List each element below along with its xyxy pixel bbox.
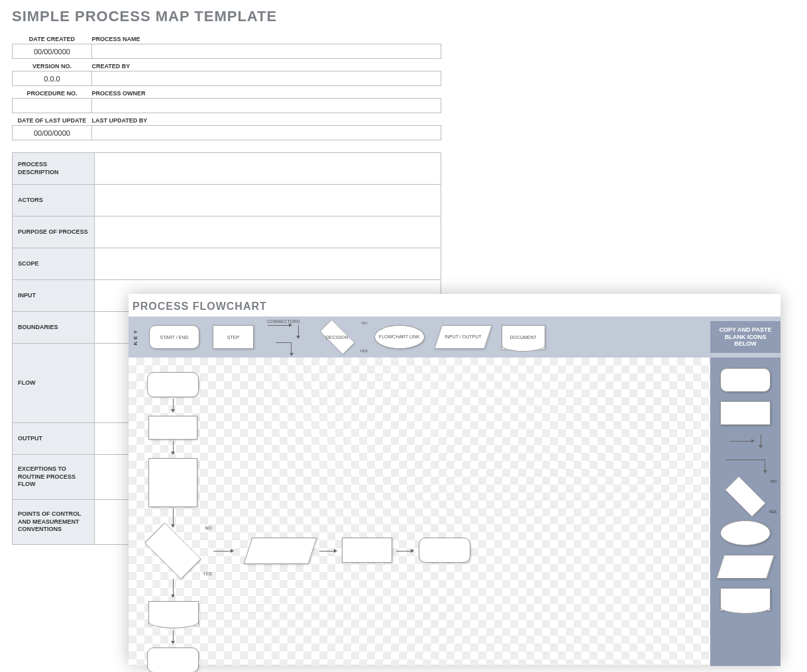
created-by-field[interactable] [91,72,441,86]
version-no-field[interactable]: 0.0.0 [13,72,92,86]
actors-label: ACTORS [13,185,95,216]
key-bar: KEY START / END STEP CONNECTORS DECISION… [129,316,780,358]
key-decision-yes: YES [360,349,368,353]
flowchart-canvas[interactable]: NO YES [129,358,710,545]
canvas-step-shape[interactable] [342,538,392,545]
page-title: SIMPLE PROCESS MAP TEMPLATE [12,8,807,25]
output-label: OUTPUT [13,423,95,455]
purpose-label: PURPOSE OF PROCESS [13,216,95,248]
flowchart-panel: PROCESS FLOWCHART KEY START / END STEP C… [129,294,780,545]
boundaries-label: BOUNDARIES [13,312,95,344]
key-decision-icon: DECISION NO YES [313,325,361,349]
date-created-label: DATE CREATED [13,32,92,44]
process-description-field[interactable] [95,153,441,185]
date-last-update-label: DATE OF LAST UPDATE [13,113,92,126]
purpose-field[interactable] [95,216,441,248]
palette-step-icon[interactable] [720,401,771,425]
last-updated-by-label: LAST UPDATED BY [91,113,441,126]
paste-instructions: COPY AND PASTE BLANK ICONS BELOW [710,321,780,353]
canvas-decision-no: NO [205,526,213,530]
canvas-decision-shape[interactable]: NO YES [136,524,209,545]
procedure-no-label: PROCEDURE NO. [13,86,92,99]
key-input-output-icon: INPUT / OUTPUT [434,325,492,349]
exceptions-label: EXCEPTIONS TO ROUTINE PROCESS FLOW [13,455,95,500]
key-step-icon: STEP [213,325,254,349]
palette-decision-no: NO [771,479,777,483]
key-start-end-icon: START / END [149,325,199,349]
arrow-down-icon [761,434,761,448]
palette-flowchart-link-icon[interactable] [720,520,771,545]
last-updated-by-field[interactable] [91,126,441,140]
procedure-no-field[interactable] [13,99,92,113]
process-name-field[interactable] [91,44,441,59]
key-flowchart-link-icon: FLOWCHART LINK [374,325,425,349]
date-created-field[interactable]: 00/00/0000 [13,44,92,59]
canvas-terminator-shape[interactable] [419,538,470,545]
version-no-label: VERSION NO. [13,59,92,72]
key-connectors-label: CONNECTORS [267,319,300,324]
meta-table: DATE CREATED PROCESS NAME 00/00/0000 VER… [12,32,441,140]
created-by-label: CREATED BY [91,59,441,72]
palette-connectors-icon[interactable] [730,434,761,448]
process-owner-label: PROCESS OWNER [91,86,441,99]
key-label: KEY [129,328,142,345]
arrow-right-icon [268,325,292,326]
canvas-arrow-down-icon[interactable] [173,441,174,454]
key-document-icon: DOCUMENT [502,325,545,349]
points-label: POINTS OF CONTROL AND MEASUREMENT CONVEN… [13,500,95,545]
canvas-step-shape[interactable] [148,458,197,507]
palette-decision-icon[interactable]: NO YES [717,482,774,511]
key-decision-no: NO [362,321,368,325]
process-owner-field[interactable] [91,99,441,113]
palette-elbow-icon[interactable] [726,459,765,473]
flow-label: FLOW [13,344,95,423]
flowchart-title: PROCESS FLOWCHART [133,301,780,312]
process-name-label: PROCESS NAME [91,32,441,44]
scope-field[interactable] [95,248,441,280]
actors-field[interactable] [95,185,441,216]
canvas-step-shape[interactable] [148,416,197,440]
scope-label: SCOPE [13,248,95,280]
arrow-elbow-icon [276,342,292,356]
input-label: INPUT [13,280,95,312]
palette-terminator-icon[interactable] [720,368,771,392]
canvas-input-output-shape[interactable] [244,538,317,545]
key-input-output-label: INPUT / OUTPUT [445,334,481,340]
arrow-right-icon [730,441,754,442]
palette-decision-yes: YES [769,510,777,514]
process-description-label: PROCESS DESCRIPTION [13,153,95,185]
key-connectors-icon: CONNECTORS [267,319,300,356]
shape-palette: NO YES [710,358,780,545]
canvas-arrow-down-icon[interactable] [173,399,174,412]
arrow-down-icon [298,325,299,338]
canvas-terminator-shape[interactable] [147,372,199,397]
key-decision-label: DECISION [313,335,361,340]
date-last-update-field[interactable]: 00/00/0000 [13,126,92,140]
